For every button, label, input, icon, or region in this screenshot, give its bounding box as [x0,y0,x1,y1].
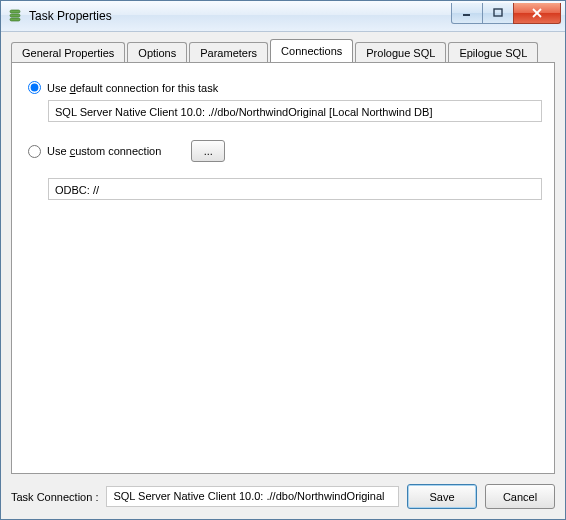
default-connection-value: SQL Server Native Client 10.0: .//dbo/No… [48,100,542,122]
custom-connection-row: Use custom connection ... [28,140,538,162]
window-title: Task Properties [29,9,452,23]
svg-rect-4 [494,9,502,16]
svg-rect-2 [10,18,20,21]
custom-connection-value: ODBC: // [48,178,542,200]
cancel-button[interactable]: Cancel [485,484,555,509]
tab-connections[interactable]: Connections [270,39,353,62]
tab-parameters[interactable]: Parameters [189,42,268,63]
window-frame: Task Properties General Properties Optio… [0,0,566,520]
default-connection-row: Use default connection for this task [28,81,538,94]
custom-connection-label: Use custom connection [47,145,161,157]
tab-epilogue-sql[interactable]: Epilogue SQL [448,42,538,63]
close-button[interactable] [513,3,561,24]
label-part: Use [47,145,70,157]
tab-options[interactable]: Options [127,42,187,63]
svg-rect-1 [10,14,20,17]
task-connection-label: Task Connection : [11,491,98,503]
save-button[interactable]: Save [407,484,477,509]
app-icon [7,8,23,24]
tab-prologue-sql[interactable]: Prologue SQL [355,42,446,63]
client-area: General Properties Options Parameters Co… [1,32,565,519]
svg-rect-0 [10,10,20,13]
tab-page-connections: Use default connection for this task SQL… [11,62,555,474]
custom-connection-radio[interactable] [28,145,41,158]
footer-row: Task Connection : SQL Server Native Clie… [11,474,555,509]
window-controls [452,3,561,23]
browse-connection-button[interactable]: ... [191,140,225,162]
tab-general-properties[interactable]: General Properties [11,42,125,63]
task-connection-field[interactable]: SQL Server Native Client 10.0: .//dbo/No… [106,486,399,507]
label-part: ustom connection [75,145,161,157]
titlebar: Task Properties [1,1,565,32]
default-connection-radio[interactable] [28,81,41,94]
label-part: Use [47,82,70,94]
maximize-button[interactable] [482,3,514,24]
minimize-button[interactable] [451,3,483,24]
default-connection-label: Use default connection for this task [47,82,218,94]
label-part: efault connection for this task [76,82,218,94]
tabstrip: General Properties Options Parameters Co… [11,40,555,62]
